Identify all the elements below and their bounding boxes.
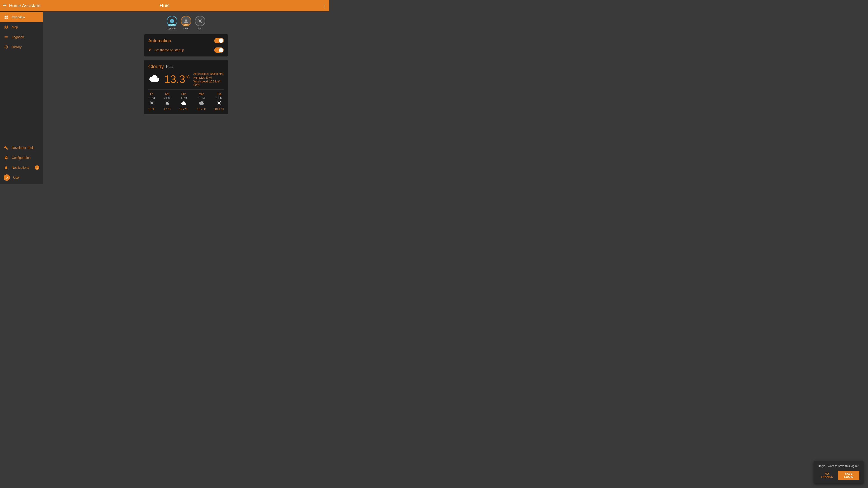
page-title: Huis [160, 3, 169, 8]
user-icons-row: UNAVAI Updater UNK User Sun [167, 16, 205, 30]
forecast-day-tue: Tue [217, 92, 221, 96]
forecast-fri: Fri 2 PM 15 °C [148, 92, 155, 111]
updater-circle: UNAVAI [167, 16, 177, 26]
forecast-time-sun: 1 PM [181, 96, 187, 100]
main-container: Overview Map Logbook History [0, 11, 329, 184]
sidebar-item-logbook[interactable]: Logbook [0, 32, 43, 42]
forecast-temp-sat: 17 °C [164, 107, 170, 111]
forecast-time-mon: 1 PM [198, 96, 205, 100]
hamburger-icon[interactable]: ☰ [3, 3, 7, 8]
weather-main: 13.3 °C Air pressure: 1008.8 hPa Humidit… [148, 72, 224, 86]
theme-toggle[interactable] [214, 47, 224, 53]
forecast-sun: Sun 1 PM 12.2 °C [179, 92, 188, 111]
sidebar-label-developer-tools: Developer Tools [12, 146, 34, 150]
forecast-time-sat: 2 PM [164, 96, 170, 100]
sidebar-label-configuration: Configuration [12, 156, 31, 160]
sidebar-item-map[interactable]: Map [0, 22, 43, 32]
sidebar: Overview Map Logbook History [0, 11, 43, 184]
sidebar-item-history[interactable]: History [0, 42, 43, 52]
sidebar-label-logbook: Logbook [12, 35, 24, 39]
sidebar-nav: Overview Map Logbook History [0, 11, 43, 143]
forecast-day-sat: Sat [165, 92, 169, 96]
temperature-display: 13.3 °C [164, 74, 190, 85]
more-options-icon[interactable]: ⋮ [322, 3, 327, 8]
automation-row-left: Set theme on startup [148, 48, 184, 53]
sidebar-label-overview: Overview [12, 15, 25, 19]
sidebar-item-overview[interactable]: Overview [0, 12, 43, 22]
forecast-icon-tue [217, 101, 222, 107]
history-icon [4, 45, 8, 49]
avatar: U [4, 174, 10, 181]
weather-details: Air pressure: 1008.8 hPa Humidity: 80 % … [193, 72, 224, 86]
theme-toggle-knob [219, 48, 223, 53]
automation-header: Automation [144, 34, 228, 46]
forecast-icon-fri [149, 101, 154, 107]
updater-badge: UNAVAI [168, 24, 176, 26]
weather-header: Cloudy Huis [148, 64, 224, 70]
sun-icon-item[interactable]: Sun [195, 16, 205, 30]
sidebar-label-history: History [12, 45, 22, 49]
toggle-knob [219, 38, 223, 43]
sun-label: Sun [198, 27, 202, 30]
weather-condition: Cloudy [148, 64, 164, 70]
sidebar-item-developer-tools[interactable]: Developer Tools [0, 143, 43, 153]
sidebar-item-notifications[interactable]: Notifications 1 [0, 163, 43, 173]
sidebar-label-user: User [13, 176, 20, 180]
weather-forecast: Fri 2 PM 15 °C Sat 2 PM 17 °C Su [148, 90, 224, 111]
sidebar-label-notifications: Notifications [12, 166, 29, 169]
automation-toggle[interactable] [214, 38, 224, 43]
forecast-day-mon: Mon [199, 92, 204, 96]
sun-circle [195, 16, 205, 26]
updater-icon-item[interactable]: UNAVAI Updater [167, 16, 177, 30]
forecast-time-tue: 1 PM [216, 96, 222, 100]
forecast-icon-mon [199, 101, 204, 107]
forecast-icon-sun [181, 101, 186, 107]
svg-point-0 [202, 101, 204, 103]
forecast-time-fri: 2 PM [149, 96, 155, 100]
forecast-day-sun: Sun [181, 92, 186, 96]
map-icon [4, 25, 8, 29]
user-badge: UNK [183, 24, 188, 26]
weather-location: Huis [166, 65, 173, 69]
header-left: ☰ Home Assistant [3, 3, 40, 8]
wrench-icon [4, 146, 8, 150]
forecast-mon: Mon 1 PM 11.7 °C [197, 92, 206, 111]
sidebar-bottom: Developer Tools Configuration Notificati… [0, 143, 43, 184]
forecast-day-fri: Fri [150, 92, 153, 96]
grid-icon [4, 15, 8, 19]
forecast-tue: Tue 1 PM 10.9 °C [215, 92, 224, 111]
forecast-temp-sun: 12.2 °C [179, 107, 188, 111]
forecast-sat: Sat 2 PM 17 °C [164, 92, 170, 111]
app-header: ☰ Home Assistant Huis ⋮ [0, 0, 329, 11]
air-pressure: Air pressure: 1008.8 hPa [193, 72, 224, 75]
list-icon [4, 35, 8, 39]
cloud-icon [148, 73, 160, 85]
temperature-value: 13.3 [164, 74, 185, 85]
automation-row: Set theme on startup [144, 46, 228, 57]
forecast-temp-tue: 10.9 °C [215, 107, 224, 111]
app-title: Home Assistant [9, 3, 40, 8]
notification-badge: 1 [35, 165, 39, 170]
user-icon-label: User [183, 27, 188, 30]
automation-title: Automation [148, 38, 171, 43]
user-circle: UNK [181, 16, 191, 26]
content-area: UNAVAI Updater UNK User Sun Au [43, 11, 329, 184]
updater-label: Updater [167, 27, 176, 30]
humidity: Humidity: 80 % [193, 76, 224, 79]
user-icon-item[interactable]: UNK User [181, 16, 191, 30]
weather-card: Cloudy Huis 13.3 °C Air pressure: 1008.8… [144, 60, 228, 114]
wind-speed: Wind speed: 20.5 km/h (SW) [193, 80, 224, 86]
sidebar-item-configuration[interactable]: Configuration [0, 153, 43, 163]
automation-card: Automation Set theme on startup [144, 34, 228, 57]
sidebar-label-map: Map [12, 25, 18, 29]
theme-icon [148, 48, 152, 53]
forecast-temp-mon: 11.7 °C [197, 107, 206, 111]
forecast-icon-sat [165, 101, 170, 107]
gear-icon [4, 156, 8, 160]
set-theme-label: Set theme on startup [155, 48, 184, 52]
temperature-unit: °C [185, 75, 190, 79]
bell-icon [4, 166, 8, 170]
forecast-temp-fri: 15 °C [148, 107, 155, 111]
sidebar-item-user[interactable]: U User [0, 173, 43, 183]
